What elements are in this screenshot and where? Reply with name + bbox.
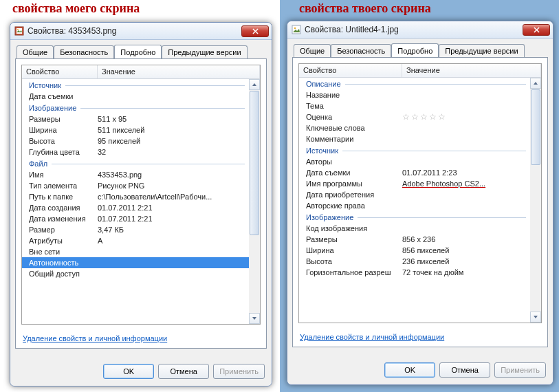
section-header: Описание [299, 78, 530, 89]
tab-details[interactable]: Подробно [114, 45, 162, 58]
property-row[interactable]: Дата съемки01.07.2011 2:23 [299, 167, 530, 178]
property-row[interactable]: Название [299, 89, 530, 100]
property-row[interactable]: Горизонтальное разреш72 точек на дюйм [299, 267, 530, 278]
property-row[interactable]: Ширина511 пикселей [22, 124, 249, 135]
property-name: Высота [29, 136, 98, 146]
property-name: Код изображения [306, 224, 402, 233]
column-value[interactable]: Значение [402, 64, 541, 77]
property-row[interactable]: Код изображения [299, 223, 530, 234]
property-row[interactable]: Ключевые слова [299, 122, 530, 133]
property-row[interactable]: Размеры511 x 95 [22, 113, 249, 124]
section-header: Изображение [22, 102, 249, 113]
property-name: Размер [29, 225, 98, 235]
property-row[interactable]: Имя программыAdobe Photoshop CS2... [299, 178, 530, 189]
scroll-thumb[interactable] [250, 91, 259, 235]
close-button[interactable] [241, 25, 269, 37]
property-row[interactable]: Общий доступ [22, 268, 249, 279]
jpg-file-icon [292, 25, 301, 34]
property-row[interactable]: Комментарии [299, 133, 530, 144]
ok-button[interactable]: OK [384, 362, 435, 378]
cancel-button[interactable]: Отмена [158, 364, 209, 379]
property-row[interactable]: Авторские права [299, 200, 530, 211]
titlebar[interactable]: Свойства: 4353453.png [10, 23, 272, 40]
property-value: 856 пикселей [402, 246, 530, 255]
property-row[interactable]: Ширина856 пикселей [299, 245, 530, 256]
tab-details[interactable]: Подробно [391, 43, 439, 57]
property-name: Размеры [29, 114, 98, 124]
property-value: 01.07.2011 2:21 [98, 203, 249, 213]
tab-security[interactable]: Безопасность [331, 44, 391, 58]
property-row[interactable]: Тип элементаРисунок PNG [22, 180, 249, 191]
vertical-scrollbar[interactable] [249, 79, 260, 324]
tab-security[interactable]: Безопасность [54, 45, 114, 59]
property-row[interactable]: Тема [299, 100, 530, 111]
properties-dialog-left: Свойства: 4353453.png Общие Безопасность… [10, 22, 272, 386]
property-name: Путь к папке [29, 192, 98, 202]
section-header: Изображение [299, 211, 530, 223]
property-value [402, 157, 530, 166]
property-row[interactable]: Дата создания01.07.2011 2:21 [22, 202, 249, 213]
caption-right: свойства твоего скрина [280, 0, 559, 19]
tab-general[interactable]: Общие [294, 44, 331, 58]
property-row[interactable]: АтрибутыA [22, 235, 249, 246]
property-row[interactable]: Высота236 пикселей [299, 256, 530, 267]
property-row[interactable]: Авторы [299, 156, 530, 167]
scroll-up-button[interactable] [530, 78, 541, 89]
property-value: 3,47 КБ [98, 225, 249, 235]
property-value: 856 x 236 [402, 235, 530, 244]
property-row[interactable]: Высота95 пикселей [22, 135, 249, 146]
remove-properties-link[interactable]: Удаление свойств и личной информации [300, 333, 444, 341]
property-row[interactable]: Автономность [22, 257, 249, 268]
property-row[interactable]: Дата съемки [22, 91, 249, 102]
vertical-scrollbar[interactable] [530, 78, 541, 323]
property-row[interactable]: Дата изменения01.07.2011 2:21 [22, 213, 249, 224]
scroll-thumb[interactable] [531, 89, 540, 165]
property-name: Автономность [29, 258, 98, 268]
property-value: 236 пикселей [402, 257, 530, 266]
property-value: 511 x 95 [98, 114, 249, 124]
property-name: Имя [29, 170, 98, 179]
close-button[interactable] [523, 24, 550, 36]
property-row[interactable]: Размеры856 x 236 [299, 234, 530, 245]
property-value: 32 [98, 147, 249, 157]
property-name: Общий доступ [29, 269, 98, 279]
property-row[interactable]: Вне сети [22, 246, 249, 257]
property-name: Дата изменения [29, 214, 98, 224]
rating-stars[interactable]: ☆☆☆☆☆ [402, 112, 447, 122]
cancel-button[interactable]: Отмена [439, 362, 490, 378]
window-title: Свойства: 4353453.png [28, 26, 241, 36]
property-row[interactable]: Имя4353453.png [22, 169, 249, 180]
section-header: Источник [22, 79, 249, 91]
window-title: Свойства: Untitled4-1.jpg [305, 25, 523, 34]
column-property[interactable]: Свойство [22, 65, 98, 78]
tab-previous-versions[interactable]: Предыдущие версии [162, 45, 247, 59]
property-value: Adobe Photoshop CS2... [402, 179, 530, 188]
property-name: Горизонтальное разреш [306, 268, 402, 277]
property-grid: Свойство Значение ИсточникДата съемкиИзо… [21, 65, 261, 325]
remove-properties-link[interactable]: Удаление свойств и личной информации [23, 334, 167, 342]
property-value [402, 134, 530, 144]
property-row[interactable]: Оценка☆☆☆☆☆ [299, 111, 530, 122]
property-value [402, 101, 530, 111]
property-value [98, 91, 249, 101]
tab-previous-versions[interactable]: Предыдущие версии [439, 44, 524, 58]
column-property[interactable]: Свойство [299, 64, 402, 77]
tabs-right: Общие Безопасность Подробно Предыдущие в… [292, 44, 548, 58]
titlebar[interactable]: Свойства: Untitled4-1.jpg [287, 21, 553, 39]
scroll-down-button[interactable] [530, 312, 541, 323]
property-row[interactable]: Дата приобретения [299, 189, 530, 200]
ok-button[interactable]: OK [103, 364, 154, 379]
property-row[interactable]: Путь к папкеc:\Пользователи\Artcell\Рабо… [22, 191, 249, 202]
property-value [98, 258, 249, 268]
column-value[interactable]: Значение [98, 65, 260, 78]
scroll-up-button[interactable] [249, 79, 260, 90]
png-file-icon [14, 26, 24, 36]
scroll-down-button[interactable] [249, 313, 260, 324]
property-value: ☆☆☆☆☆ [402, 112, 530, 122]
property-row[interactable]: Глубина цвета32 [22, 146, 249, 157]
property-row[interactable]: Размер3,47 КБ [22, 224, 249, 235]
tab-general[interactable]: Общие [17, 45, 54, 59]
property-name: Атрибуты [29, 236, 98, 246]
property-value [402, 190, 530, 199]
section-header: Файл [22, 157, 249, 169]
